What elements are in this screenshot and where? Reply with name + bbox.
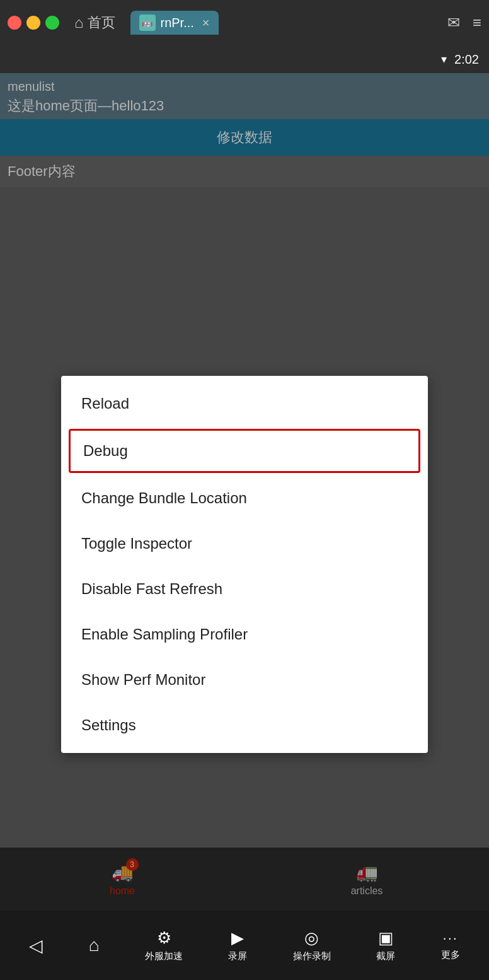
sys-screenshot-button[interactable]: ▣ 截屏 [376, 928, 395, 962]
screenshot-label: 截屏 [376, 950, 395, 962]
record-label: 录屏 [228, 950, 247, 962]
menu-item-disable-fast-refresh[interactable]: Disable Fast Refresh [61, 566, 428, 612]
back-icon: ◁ [29, 935, 43, 956]
browser-menu-icon[interactable]: ≡ [473, 14, 481, 32]
active-tab-title: rnPr... [161, 16, 194, 30]
tab-favicon: 🤖 [139, 15, 156, 31]
menu-item-change-bundle-label: Change Bundle Location [81, 489, 247, 507]
menu-item-enable-sampling-profiler[interactable]: Enable Sampling Profiler [61, 612, 428, 657]
speed-icon: ⚙ [157, 928, 171, 948]
status-bar: ▾ 2:02 [0, 45, 489, 73]
menu-item-reload[interactable]: Reload [61, 381, 428, 426]
home-tab[interactable]: ⌂ 首页 [66, 9, 124, 36]
menu-item-disable-fast-refresh-label: Disable Fast Refresh [81, 580, 222, 598]
menu-item-enable-sampling-profiler-label: Enable Sampling Profiler [81, 626, 248, 643]
menu-item-reload-label: Reload [81, 395, 129, 412]
full-layout: ⌂ 首页 🤖 rnPr... × ✉ ≡ ▾ 2:02 menulist 这是h… [0, 0, 489, 980]
sys-home-icon: ⌂ [89, 935, 100, 955]
menu-item-show-perf-monitor-label: Show Perf Monitor [81, 671, 205, 689]
sys-ops-record-button[interactable]: ◎ 操作录制 [293, 928, 331, 962]
more-icon: ··· [443, 930, 458, 947]
speed-label: 外服加速 [145, 950, 183, 962]
ops-record-label: 操作录制 [293, 950, 331, 962]
menu-item-change-bundle[interactable]: Change Bundle Location [61, 475, 428, 521]
screenshot-icon: ▣ [378, 928, 394, 948]
mail-icon[interactable]: ✉ [447, 14, 460, 32]
sys-speed-button[interactable]: ⚙ 外服加速 [145, 928, 183, 962]
home-tab-label: 首页 [88, 13, 115, 32]
app-wrapper: menulist 这是home页面—hello123 修改数据 Footer内容… [0, 73, 489, 911]
browser-bar: ⌂ 首页 🤖 rnPr... × ✉ ≡ [0, 0, 489, 45]
ops-record-icon: ◎ [304, 928, 319, 948]
menu-item-toggle-inspector-label: Toggle Inspector [81, 535, 192, 552]
traffic-lights [8, 16, 59, 30]
menu-item-toggle-inspector[interactable]: Toggle Inspector [61, 521, 428, 566]
home-icon: ⌂ [74, 14, 84, 32]
tab-close-button[interactable]: × [202, 16, 210, 30]
record-icon: ▶ [231, 928, 244, 948]
menu-item-debug-label: Debug [83, 442, 128, 460]
active-tab[interactable]: 🤖 rnPr... × [130, 11, 219, 35]
wifi-icon: ▾ [441, 52, 447, 66]
browser-actions: ✉ ≡ [447, 14, 481, 32]
more-label: 更多 [441, 949, 460, 961]
sys-home-button[interactable]: ⌂ [89, 935, 100, 955]
menu-item-show-perf-monitor[interactable]: Show Perf Monitor [61, 657, 428, 703]
menu-item-settings[interactable]: Settings [61, 703, 428, 748]
system-bottom-bar: ◁ ⌂ ⚙ 外服加速 ▶ 录屏 ◎ 操作录制 ▣ 截屏 ··· 更多 [0, 911, 489, 980]
menu-item-settings-label: Settings [81, 716, 136, 734]
dev-menu-modal: Reload Debug Change Bundle Location Togg… [61, 376, 428, 753]
sys-back-button[interactable]: ◁ [29, 935, 43, 956]
sys-more-button[interactable]: ··· 更多 [441, 930, 460, 961]
sys-record-button[interactable]: ▶ 录屏 [228, 928, 247, 962]
menu-item-debug[interactable]: Debug [69, 429, 420, 473]
close-button[interactable] [8, 16, 21, 30]
time-display: 2:02 [454, 52, 479, 67]
minimize-button[interactable] [26, 16, 40, 30]
maximize-button[interactable] [45, 16, 59, 30]
